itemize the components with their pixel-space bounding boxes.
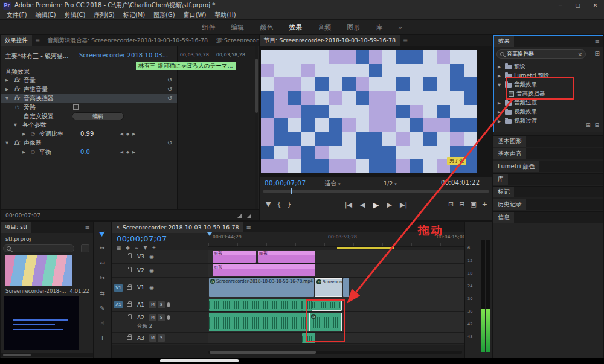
- lock-icon[interactable]: [127, 255, 132, 258]
- track-name[interactable]: V3: [137, 253, 144, 261]
- zoom-out-icon[interactable]: [237, 214, 242, 218]
- panel-menu-icon[interactable]: ≡: [592, 36, 603, 47]
- menu-help[interactable]: 帮助(H): [210, 11, 240, 19]
- ripple-edit-tool[interactable]: ↤: [94, 257, 111, 269]
- solo-button[interactable]: S: [158, 334, 165, 342]
- chevron-right-icon[interactable]: ▶: [498, 110, 503, 115]
- workspace-tab-libraries[interactable]: 库: [376, 23, 382, 32]
- tab-libraries[interactable]: 库: [493, 174, 508, 185]
- track-output-icon[interactable]: ◉: [149, 284, 154, 292]
- workspace-tab-editing[interactable]: 编辑: [231, 23, 244, 32]
- lock-icon[interactable]: [127, 316, 132, 319]
- extract-button[interactable]: ⊟: [459, 200, 464, 208]
- search-clear-icon[interactable]: ×: [577, 51, 582, 57]
- menu-markers[interactable]: 标记(M): [119, 11, 149, 19]
- new-bin-icon[interactable]: ⊞: [586, 122, 591, 128]
- chevron-down-icon[interactable]: ▼: [14, 121, 17, 129]
- tab-history[interactable]: 历史记录: [493, 199, 526, 210]
- reset-icon[interactable]: ↺: [167, 76, 172, 85]
- chevron-down-icon[interactable]: ▼: [5, 139, 8, 147]
- graphics-clip[interactable]: 图形: [213, 264, 315, 276]
- tab-source-monitor[interactable]: 源:Screenrecorde: [212, 35, 259, 46]
- mute-button[interactable]: M: [149, 314, 156, 321]
- menu-clip[interactable]: 剪辑(C): [60, 11, 90, 19]
- effects-search-input[interactable]: 音高换挡器 ×: [496, 49, 586, 59]
- chevron-right-icon[interactable]: ▶: [498, 101, 503, 106]
- program-playhead[interactable]: [291, 188, 292, 194]
- panel-menu-icon[interactable]: ≡: [243, 222, 254, 233]
- playback-resolution-dropdown[interactable]: 1/2▾: [384, 180, 397, 187]
- timeline-playhead[interactable]: [210, 232, 210, 347]
- panel-menu-icon[interactable]: ≡: [400, 35, 411, 46]
- clip-thumbnail[interactable]: [5, 255, 72, 286]
- reset-icon[interactable]: ↺: [167, 94, 172, 103]
- timeline-current-timecode[interactable]: 00;00;07;07: [117, 234, 167, 243]
- close-icon[interactable]: ✕: [116, 225, 120, 230]
- tab-essential-sound[interactable]: 基本声音: [493, 148, 526, 159]
- solo-button[interactable]: S: [158, 314, 165, 321]
- reset-icon[interactable]: ↺: [167, 139, 172, 147]
- menu-graphics[interactable]: 图形(G): [149, 11, 179, 19]
- chevron-right-icon[interactable]: ▶: [5, 85, 8, 94]
- effect-row-channel-volume[interactable]: ▶ fx 声道音量 ↺: [1, 85, 177, 94]
- audio-clip[interactable]: [209, 299, 302, 311]
- workspace-tab-audio[interactable]: 音频: [318, 23, 331, 32]
- chevron-right-icon[interactable]: ▶: [498, 119, 503, 124]
- track-name[interactable]: A3: [137, 334, 144, 342]
- effect-row-panner[interactable]: ▼ fx 声像器 ↺: [1, 139, 177, 147]
- stopwatch-icon[interactable]: ◷: [31, 148, 35, 156]
- stopwatch-icon[interactable]: ◷: [15, 103, 19, 112]
- audio-clip[interactable]: [302, 299, 312, 311]
- tree-item-lumetri-presets[interactable]: ▶ Lumetri 预设: [494, 71, 602, 80]
- delete-bin-icon[interactable]: ⊟: [594, 122, 599, 128]
- program-current-timecode[interactable]: 00;00;07;07: [265, 179, 306, 187]
- balance-value[interactable]: 0.0: [80, 148, 90, 156]
- project-file-name[interactable]: stf.prproj: [5, 235, 31, 242]
- tab-effects[interactable]: 效果: [494, 36, 514, 47]
- audio-clip[interactable]: [209, 313, 309, 331]
- horizontal-scrollbar[interactable]: [208, 351, 462, 354]
- tab-project[interactable]: 项目: stf: [1, 222, 31, 233]
- chevron-right-icon[interactable]: ▶: [22, 130, 25, 138]
- workspace-tab-graphics[interactable]: 图形: [347, 23, 360, 32]
- chevron-right-icon[interactable]: ▶: [498, 74, 503, 78]
- voiceover-mic-icon[interactable]: [167, 315, 170, 320]
- step-back-button[interactable]: ◀: [360, 201, 365, 209]
- export-frame-button[interactable]: ▣: [470, 200, 476, 208]
- edit-button[interactable]: 编辑: [72, 112, 124, 120]
- master-clip-selector[interactable]: 主要*林有三 - 银河猫...: [5, 52, 69, 60]
- selection-tool[interactable]: ▶: [94, 223, 111, 241]
- lock-icon[interactable]: [127, 286, 132, 290]
- track-name[interactable]: A1: [137, 301, 144, 309]
- tree-item-presets[interactable]: ▶ 预设: [494, 62, 602, 71]
- source-patch-badge[interactable]: V1: [114, 284, 123, 292]
- horizontal-scrollbar[interactable]: [160, 359, 239, 362]
- tree-item-audio-effects[interactable]: ▼ 音频效果: [494, 80, 602, 89]
- workspace-tab-assembly[interactable]: 组件: [202, 23, 215, 32]
- tab-effect-controls[interactable]: 效果控件: [1, 35, 32, 46]
- tab-sequence[interactable]: ✕ Screenrecorder-2018-10-03-10-59-16-78: [112, 222, 243, 233]
- mark-in-button[interactable]: {: [277, 200, 281, 208]
- track-output-icon[interactable]: ◉: [149, 253, 154, 261]
- chevron-right-icon[interactable]: ▶: [22, 148, 25, 156]
- effect-controls-mini-timeline[interactable]: 00;03;56;28 00;03;58;28: [177, 46, 258, 209]
- effect-row-pitch-shifter[interactable]: ▼ fx 音高换挡器 ↺: [1, 94, 177, 103]
- tab-info[interactable]: 信息: [493, 212, 514, 223]
- step-forward-button[interactable]: ▶: [387, 201, 392, 209]
- chevron-right-icon[interactable]: ▶: [5, 76, 8, 85]
- lift-button[interactable]: ⊡: [448, 200, 454, 208]
- play-button[interactable]: ▶: [373, 200, 379, 209]
- type-tool[interactable]: T: [94, 332, 111, 344]
- tree-item-video-effects[interactable]: ▶ 视频效果: [494, 107, 602, 117]
- menu-sequence[interactable]: 序列(S): [89, 11, 118, 19]
- maximize-button[interactable]: ▢: [569, 0, 586, 11]
- solo-button[interactable]: S: [158, 301, 165, 308]
- stopwatch-icon[interactable]: ◷: [31, 130, 35, 138]
- audio-clip[interactable]: [302, 333, 315, 343]
- graphics-clip[interactable]: 图形: [258, 251, 315, 263]
- clip-thumbnail[interactable]: [4, 296, 79, 350]
- add-marker-button[interactable]: ▼: [266, 200, 271, 208]
- panel-menu-icon[interactable]: ≡: [32, 35, 43, 46]
- project-filter-button[interactable]: [81, 244, 89, 252]
- chevron-right-icon[interactable]: ▶: [498, 65, 503, 69]
